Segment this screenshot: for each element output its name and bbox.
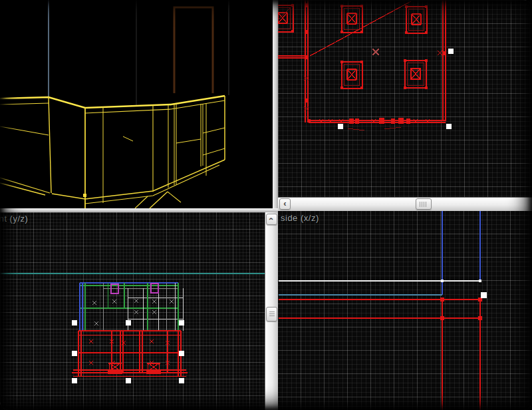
vscroll-thumb[interactable] <box>266 307 277 321</box>
front-view-viewport[interactable] <box>0 212 265 410</box>
side-view-label: side (x/z) <box>281 213 319 223</box>
editor-window: ‹ ‹ front (y/z) side (x/z) <box>0 0 532 410</box>
camera-3d-drawing <box>0 0 273 208</box>
front-view-drawing <box>0 212 265 410</box>
scroll-left-icon: ‹ <box>283 198 286 208</box>
scroll-up-icon: ‹ <box>267 218 277 220</box>
top-view-viewport[interactable] <box>278 0 532 197</box>
front-view-vscrollbar[interactable]: ‹ <box>265 212 278 410</box>
front-view-label: front (y/z) <box>0 214 28 224</box>
hscroll-thumb[interactable] <box>416 198 432 210</box>
horizontal-splitter[interactable] <box>0 208 278 212</box>
scroll-up-button[interactable]: ‹ <box>266 214 277 225</box>
vertical-splitter[interactable] <box>273 0 278 210</box>
scroll-left-button[interactable]: ‹ <box>279 198 291 210</box>
hscroll-grip-icon <box>420 202 428 207</box>
top-view-drawing <box>278 0 532 197</box>
side-view-drawing <box>277 210 532 410</box>
camera-viewport[interactable] <box>0 0 273 208</box>
side-view-viewport[interactable] <box>277 210 532 410</box>
top-view-hscrollbar[interactable]: ‹ <box>278 197 532 211</box>
vscroll-grip-icon <box>269 311 275 317</box>
